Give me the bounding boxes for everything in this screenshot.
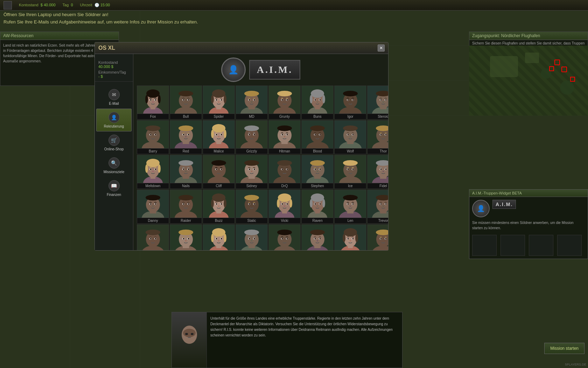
merc-card-magic[interactable]: Magic — [301, 224, 334, 250]
sidebar-label-email: E-Mail — [109, 102, 119, 105]
laptop-close-button[interactable]: ✕ — [378, 45, 385, 52]
merc-card-scope[interactable]: Scope — [203, 224, 235, 250]
svg-rect-6 — [490, 56, 518, 77]
merc-card-thor[interactable]: Thor — [367, 120, 388, 154]
merc-card-cliff[interactable]: Cliff — [203, 155, 235, 189]
merc-name-md: MD — [236, 114, 267, 119]
svg-point-82 — [343, 91, 358, 96]
merc-name-buzz: Buzz — [203, 218, 234, 223]
merc-card-drq[interactable]: DrQ — [268, 155, 301, 189]
laptop-header: OS XL ✕ — [95, 42, 388, 54]
merc-card-buns[interactable]: Buns — [301, 86, 334, 120]
merc-card-ivan[interactable]: Ivan — [170, 224, 202, 250]
merc-card-steroid[interactable]: Steroid — [367, 86, 388, 120]
merc-portrait-grunty — [269, 86, 300, 114]
svg-point-158 — [320, 134, 321, 135]
einkommen-label: Einkommen/Tag — [98, 70, 126, 74]
merc-portrait-shadow — [236, 225, 267, 250]
widget-slot-2 — [500, 235, 525, 256]
svg-point-239 — [315, 169, 316, 170]
merc-card-trevor[interactable]: Trevor — [367, 190, 388, 224]
sidebar-item-rekrutierung[interactable]: 👤 Rekrutierung — [96, 109, 132, 131]
merc-portrait-cliff — [203, 155, 234, 183]
svg-point-384 — [244, 230, 259, 235]
svg-point-115 — [183, 134, 184, 135]
svg-point-128 — [221, 134, 222, 135]
merc-card-static[interactable]: Static — [236, 190, 268, 224]
merc-portrait-bull — [170, 86, 202, 114]
merc-card-fox[interactable]: Fox — [137, 86, 169, 120]
svg-point-373 — [211, 234, 214, 242]
merc-name-raven: Raven — [302, 218, 333, 223]
merc-card-barry[interactable]: Barry — [137, 120, 169, 154]
svg-point-31 — [183, 99, 184, 101]
mission-start-button[interactable]: Mission starten — [544, 343, 584, 354]
sidebar-item-email[interactable]: ✉ E-Mail — [96, 86, 132, 109]
svg-point-271 — [152, 205, 154, 206]
merc-card-meltdown[interactable]: Meltdown — [137, 155, 169, 189]
merc-card-danny[interactable]: Danny — [137, 190, 169, 224]
svg-point-28 — [178, 91, 193, 96]
merc-card-buzz[interactable]: Buzz — [203, 190, 235, 224]
svg-point-266 — [146, 195, 160, 200]
merc-card-wolf[interactable]: Wolf — [334, 120, 366, 154]
merc-name-thor: Thor — [368, 149, 388, 154]
merc-name-fidel: Fidel — [368, 183, 388, 189]
svg-point-367 — [185, 240, 187, 241]
merc-card-spider[interactable]: Spider — [203, 86, 235, 120]
merc-card-vicki[interactable]: Vicki — [268, 190, 301, 224]
merc-card-hitman[interactable]: Hitman — [268, 120, 301, 154]
svg-point-429 — [380, 238, 382, 239]
svg-point-270 — [155, 203, 156, 205]
merc-card-red[interactable]: Red — [170, 120, 202, 154]
svg-point-159 — [317, 136, 318, 137]
svg-point-185 — [145, 164, 148, 173]
svg-point-23 — [152, 101, 154, 102]
merc-card-nails[interactable]: Nails — [170, 155, 202, 189]
merc-card-md[interactable]: MD — [236, 86, 268, 120]
svg-point-186 — [158, 164, 161, 173]
svg-point-201 — [185, 171, 187, 172]
aim-widget: A.I.M.-Truppen-Widget BETA 👤 A.I.M. Sie … — [469, 189, 588, 259]
sidebar-item-finanzen[interactable]: 📖 Finanzen — [96, 177, 132, 200]
merc-card-igor[interactable]: Igor — [334, 86, 366, 120]
merc-card-grizzly[interactable]: Grizzly — [236, 120, 268, 154]
merc-card-malice[interactable]: Malice — [203, 120, 235, 154]
merc-portrait-drq — [269, 155, 300, 183]
svg-point-241 — [317, 171, 318, 172]
svg-point-435 — [191, 333, 194, 335]
merc-card-blood[interactable]: Blood — [301, 120, 334, 154]
merc-card-gus[interactable]: Gus — [367, 224, 388, 250]
merc-card-bull[interactable]: Bull — [170, 86, 202, 120]
merc-card-scully[interactable]: Scully — [334, 224, 366, 250]
merc-card-shadow[interactable]: Shadow — [236, 224, 268, 250]
merc-card-ice[interactable]: Ice — [334, 155, 366, 189]
svg-point-220 — [254, 169, 255, 170]
widget-slot-1 — [472, 235, 497, 256]
svg-point-72 — [322, 95, 325, 103]
sidebar-item-missionsziele[interactable]: 🔍 Missionsziele — [96, 154, 132, 177]
laptop-sidebar: Kontostand 40.000 $ Einkommen/Tag - $ ✉ … — [95, 54, 133, 250]
time-info: Uhrzeit 🕒 15:00 — [80, 3, 110, 7]
svg-point-63 — [282, 99, 283, 101]
aim-widget-message: Sie müssen mindestens einen Söldner anwe… — [469, 220, 588, 233]
svg-point-286 — [212, 193, 225, 202]
sidebar-item-online-shop[interactable]: 🛒 Online-Shop — [96, 131, 132, 154]
merc-card-raider[interactable]: Raider — [170, 190, 202, 224]
merc-portrait-sidney — [236, 155, 267, 183]
aw-panel-title: AW-Ressourcen — [0, 32, 119, 40]
svg-point-236 — [310, 160, 325, 166]
merc-card-fidel[interactable]: Fidel — [367, 155, 388, 189]
merc-name-bull: Bull — [170, 114, 202, 119]
merc-card-reaper[interactable]: Reaper — [268, 224, 301, 250]
merc-card-sidney[interactable]: Sidney — [236, 155, 268, 189]
sidebar-label-online-shop: Online-Shop — [104, 147, 124, 151]
svg-point-394 — [277, 230, 292, 235]
merc-portrait-barry — [137, 121, 169, 149]
merc-portrait-grizzly — [236, 121, 267, 149]
merc-card-lynx[interactable]: Lynx — [137, 224, 169, 250]
merc-card-raven[interactable]: Raven — [301, 190, 334, 224]
merc-card-stephen[interactable]: Stephen — [301, 155, 334, 189]
merc-card-len[interactable]: Len — [334, 190, 366, 224]
merc-card-grunty[interactable]: Grunty — [268, 86, 301, 120]
